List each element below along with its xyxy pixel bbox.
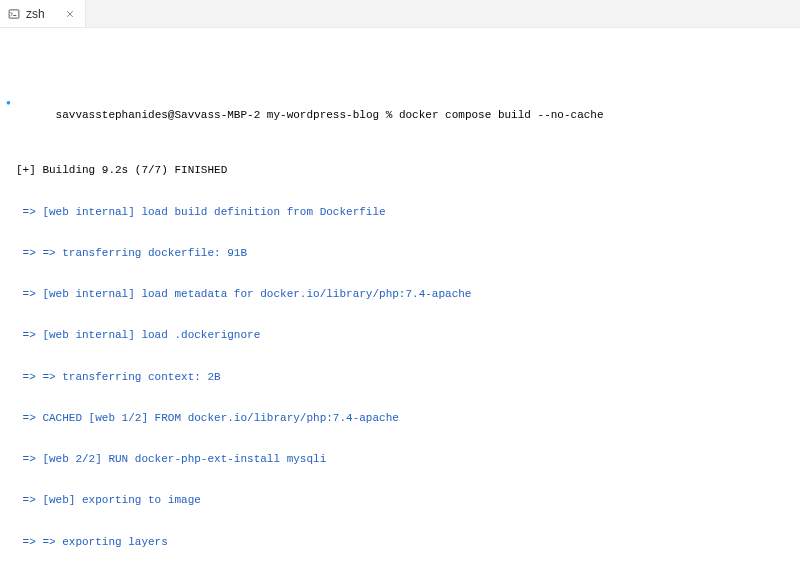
output-line: => [web internal] load metadata for dock… — [6, 288, 794, 302]
prompt-user-host: savvasstephanides@Savvass-MBP-2 — [56, 109, 261, 121]
build-step: => [web internal] load .dockerignore — [16, 329, 794, 343]
build-step: => => transferring context: 2B — [16, 371, 794, 385]
output-line: => [web internal] load build definition … — [6, 206, 794, 220]
output-line: => CACHED [web 1/2] FROM docker.io/libra… — [6, 412, 794, 426]
svg-rect-0 — [9, 9, 19, 17]
build-step: => [web 2/2] RUN docker-php-ext-install … — [16, 453, 794, 467]
command-text: docker compose build --no-cache — [399, 109, 604, 121]
tab-bar: zsh — [0, 0, 800, 28]
output-line: => => transferring context: 2B — [6, 371, 794, 385]
tab-zsh[interactable]: zsh — [0, 0, 86, 27]
build-header: [+] Building 9.2s (7/7) FINISHED — [16, 164, 794, 178]
output-line: => [web internal] load .dockerignore — [6, 329, 794, 343]
terminal-icon — [8, 8, 20, 20]
build-header-line: [+] Building 9.2s (7/7) FINISHED — [6, 164, 794, 178]
prompt-symbol: % — [386, 109, 393, 121]
output-line: => => transferring dockerfile: 91B — [6, 247, 794, 261]
spacer — [6, 164, 16, 178]
prompt-path: my-wordpress-blog — [267, 109, 379, 121]
output-line: => [web 2/2] RUN docker-php-ext-install … — [6, 453, 794, 467]
output-line: => => exporting layers — [6, 536, 794, 550]
build-step: => [web] exporting to image — [16, 494, 794, 508]
status-dot-active-icon: ● — [6, 98, 16, 108]
build-step: => => transferring dockerfile: 91B — [16, 247, 794, 261]
close-icon[interactable] — [63, 7, 77, 21]
prompt-line-1: ● savvasstephanides@Savvass-MBP-2 my-wor… — [6, 96, 794, 137]
build-step: => [web internal] load metadata for dock… — [16, 288, 794, 302]
build-step: => CACHED [web 1/2] FROM docker.io/libra… — [16, 412, 794, 426]
build-step: => [web internal] load build definition … — [16, 206, 794, 220]
terminal-output[interactable]: ● savvasstephanides@Savvass-MBP-2 my-wor… — [0, 28, 800, 570]
output-line: => [web] exporting to image — [6, 494, 794, 508]
build-step: => => exporting layers — [16, 536, 794, 550]
tab-label: zsh — [26, 7, 57, 21]
